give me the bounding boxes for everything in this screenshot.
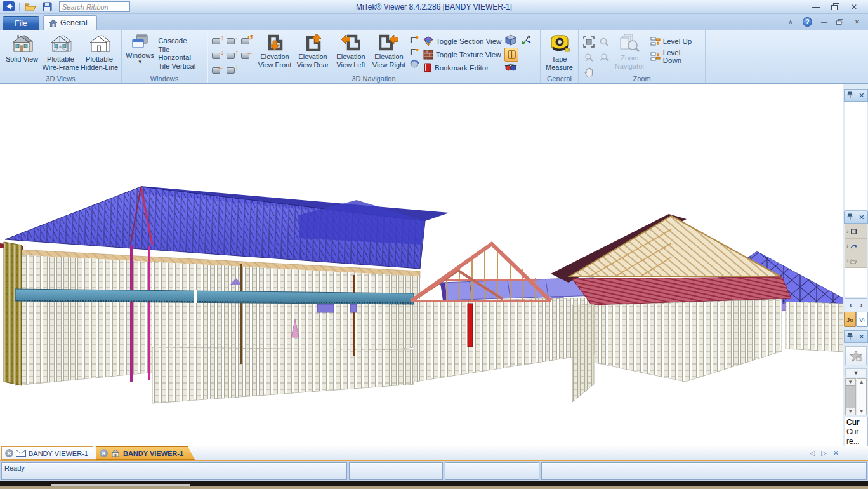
zoom-selected-icon[interactable] [596,50,612,65]
rotate-controls: ↑ → ↺ ↓ ↑ → ← ↓ [210,32,256,74]
tree-item[interactable]: › [845,253,867,268]
rotate-plan-ccw-icon[interactable] [409,35,419,45]
level-up-button[interactable]: Level Up [648,35,702,48]
plottable-wireframe-icon [50,34,72,54]
tab-jobs[interactable]: Jo [844,312,856,327]
orbit-right-icon[interactable]: → [240,49,253,60]
level-down-button[interactable]: Level Down [648,50,702,63]
rotate-up-icon[interactable]: ↑ [211,34,224,46]
close-tab-icon[interactable]: ✕ [5,449,13,457]
orbit-up-icon[interactable]: ↑ [226,49,239,60]
panel3-scrollbars[interactable]: ▼▼ ▲▼ [845,378,867,415]
ribbon: Solid View Plottable Wire-Frame Plottabl… [0,30,868,84]
tree-item[interactable]: › [845,224,867,239]
elevation-view-rear-button[interactable]: Elevation View Rear [294,32,332,74]
zoom-navigator-button[interactable]: Zoom Navigator [612,32,648,74]
elevation-view-front-button[interactable]: Elevation View Front [256,32,294,74]
rotate-left-icon[interactable]: ← [211,64,224,75]
bookmark-editor-button[interactable]: Bookmark Editor [421,62,504,74]
cascade-label: Cascade [158,37,187,44]
child-minimize-button[interactable]: — [820,18,829,25]
save-button[interactable] [40,1,54,13]
solid-view-label: Solid View [6,55,38,64]
rotate-model-icon[interactable] [409,59,419,69]
tape-measure-button[interactable]: Tape Measure [543,32,575,74]
elevation-right-icon [379,34,398,51]
child-close-button[interactable]: ✕ [853,18,862,25]
doc-tab-plot[interactable]: ✕ BANDY VIEWER-1 [1,446,100,460]
3d-glasses-icon[interactable] [504,64,518,71]
orbit-down-icon[interactable]: ↓ [226,64,239,75]
side-panel-rail: ✕ ✕ › › › ‹ › Jo Vi ✕ [843,84,868,446]
elevation-front-label: Elevation View Front [256,53,294,69]
tab-scroll-left-icon[interactable]: ◁ [810,449,815,457]
texture-toggle-active-button[interactable] [504,48,518,62]
model-3d-view[interactable] [0,84,868,446]
scroll-left-icon[interactable]: ‹ [850,301,852,309]
child-restore-button[interactable] [836,19,845,25]
scrollbar[interactable]: ▼▼ [845,378,856,415]
close-icon[interactable]: ✕ [858,92,864,99]
tile-horizontal-label: Tile Horizontal [158,46,202,61]
search-ribbon-input[interactable] [59,1,130,12]
open-file-button[interactable] [23,1,37,13]
tile-horizontal-button[interactable]: Tile Horizontal [155,47,204,60]
zoom-in-icon[interactable] [596,34,612,50]
toggle-section-view-label: Toggle Section View [436,37,501,45]
windows-menu-button[interactable]: Windows ▼ [124,32,155,74]
horizontal-scroll-buttons[interactable]: ‹ › [845,298,867,311]
close-tab-icon[interactable]: ✕ [100,449,108,457]
level-up-icon [650,37,661,46]
tile-vertical-button[interactable]: Tile Vertical [155,60,204,72]
tab-general[interactable]: General [43,15,97,30]
scrollbar[interactable]: ▲▼ [857,378,867,415]
pin-icon[interactable] [847,91,853,99]
rotate-down-icon[interactable]: ↓ [211,49,224,60]
rotate-ccw-icon[interactable]: ↺ [240,34,253,46]
tree-item[interactable]: › [845,239,867,253]
cascade-button[interactable]: Cascade [155,34,204,47]
current-label-truncated: re... [846,437,866,446]
pin-icon[interactable] [847,333,853,340]
tab-view-label: Vi [859,316,864,323]
group-general: Tape Measure General [541,30,579,83]
tab-view[interactable]: Vi [856,312,868,327]
status-bar: Ready [0,461,868,481]
close-icon[interactable]: ✕ [858,333,864,340]
plottable-wireframe-button[interactable]: Plottable Wire-Frame [41,32,80,74]
elevation-view-right-button[interactable]: Elevation View Right [370,32,408,74]
status-panel [349,462,443,480]
toggle-section-view-button[interactable]: Toggle Section View [421,35,504,47]
panel3-header: ✕ [844,330,868,343]
rotate-plan-cw-icon[interactable] [409,47,419,57]
restore-button[interactable] [830,3,840,11]
plottable-hiddenline-button[interactable]: Plottable Hidden-Line [80,32,119,74]
elevation-view-left-button[interactable]: Elevation View Left [332,32,370,74]
tab-file[interactable]: File [3,16,39,30]
tab-scroll-right-icon[interactable]: ▷ [821,449,826,457]
panel1-body[interactable] [845,102,867,211]
rotate-right-icon[interactable]: → [226,34,239,46]
pin-icon[interactable] [847,213,853,221]
tab-close-icon[interactable]: ✕ [833,449,839,457]
dropdown-button[interactable]: ▼ [845,368,867,377]
close-button[interactable]: ✕ [849,3,859,11]
zoom-navigator-label: Zoom Navigator [612,54,648,70]
toggle-texture-view-button[interactable]: Toggle Texture View [421,48,504,60]
close-icon[interactable]: ✕ [858,214,864,221]
elevation-right-label: Elevation View Right [370,53,408,69]
help-button[interactable]: ? [803,17,812,27]
collapse-ribbon-button[interactable]: ∧ [786,18,795,25]
solid-view-button[interactable]: Solid View [3,32,41,74]
scroll-right-icon[interactable]: › [860,301,863,309]
doc-tab-3d[interactable]: ✕ BANDY VIEWER-1 [96,446,195,460]
group-3d-views: Solid View Plottable Wire-Frame Plottabl… [0,30,122,83]
group-label-3d-views: 3D Views [0,75,121,83]
level-up-label: Level Up [663,37,692,45]
favorite-button[interactable] [845,346,867,365]
zoom-window-icon[interactable] [581,50,596,65]
minimize-button[interactable]: — [811,3,821,11]
app-logo-icon[interactable] [3,1,15,12]
zoom-extents-icon[interactable] [581,34,596,50]
section-cube-icon[interactable] [504,34,518,46]
